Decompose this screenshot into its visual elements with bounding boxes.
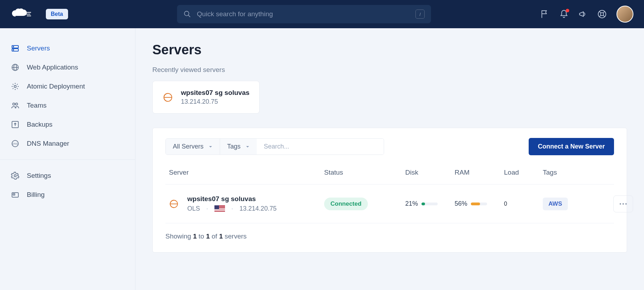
sidebar-item-billing[interactable]: Billing bbox=[0, 185, 135, 204]
tags-dropdown[interactable]: Tags bbox=[220, 139, 257, 155]
avatar[interactable] bbox=[616, 6, 633, 23]
tag-pill[interactable]: AWS bbox=[543, 198, 568, 210]
ram-metric: 56% bbox=[455, 200, 504, 207]
separator: · bbox=[231, 205, 233, 212]
disk-value: 21% bbox=[405, 200, 418, 207]
load-value: 0 bbox=[504, 201, 543, 207]
gear-icon bbox=[11, 171, 20, 180]
server-stack: OLS bbox=[187, 205, 200, 212]
main-content: Servers Recently viewed servers wpsites0… bbox=[135, 28, 644, 290]
filter-row: All Servers Tags Connect a New Server bbox=[165, 138, 614, 155]
page-title: Servers bbox=[152, 42, 627, 58]
svg-point-18 bbox=[14, 85, 16, 87]
row-actions-button[interactable] bbox=[613, 195, 633, 212]
svg-point-30 bbox=[622, 203, 624, 205]
dns-icon: DNS bbox=[11, 139, 20, 148]
server-name: wpsites07 sg soluvas bbox=[187, 195, 277, 203]
search-input[interactable] bbox=[197, 10, 410, 18]
sidebar-item-label: DNS Manager bbox=[27, 140, 69, 147]
svg-point-31 bbox=[625, 203, 627, 205]
topbar: Beta / bbox=[0, 0, 644, 28]
sidebar-item-settings[interactable]: Settings bbox=[0, 166, 135, 185]
flag-icon[interactable] bbox=[540, 10, 549, 19]
server-ip: 13.214.20.75 bbox=[239, 205, 277, 212]
separator: · bbox=[206, 205, 208, 212]
svg-point-29 bbox=[620, 203, 621, 205]
sidebar-item-backups[interactable]: Backups bbox=[0, 115, 135, 134]
beta-badge[interactable]: Beta bbox=[46, 9, 68, 19]
col-status: Status bbox=[324, 169, 405, 176]
gear-outline-icon bbox=[11, 82, 20, 91]
pagination: Showing 1 to 1 of 1 servers bbox=[165, 232, 614, 240]
sidebar-item-atomic-deployment[interactable]: Atomic Deployment bbox=[0, 77, 135, 96]
svg-point-3 bbox=[184, 11, 189, 16]
notification-dot bbox=[566, 9, 569, 12]
svg-point-20 bbox=[16, 103, 18, 105]
users-icon bbox=[11, 101, 20, 110]
server-icon bbox=[11, 44, 20, 53]
table-row[interactable]: wpsites07 sg soluvas OLS · · 13.214.20.7… bbox=[165, 185, 614, 223]
disk-metric: 21% bbox=[405, 200, 455, 207]
server-provider-icon bbox=[169, 199, 179, 209]
bell-icon[interactable] bbox=[559, 10, 569, 19]
filter-group: All Servers Tags bbox=[165, 138, 384, 155]
svg-point-24 bbox=[14, 175, 16, 177]
help-icon[interactable] bbox=[597, 10, 607, 19]
sidebar-item-label: Backups bbox=[27, 121, 53, 128]
more-icon bbox=[619, 203, 627, 205]
scope-dropdown-label: All Servers bbox=[173, 143, 203, 150]
sidebar-divider bbox=[0, 159, 135, 160]
sidebar: Servers Web Applications Atomic Deployme… bbox=[0, 28, 135, 290]
kbd-hint: / bbox=[415, 10, 425, 19]
recent-server-name: wpsites07 sg soluvas bbox=[181, 89, 249, 97]
recent-server-ip: 13.214.20.75 bbox=[181, 98, 249, 105]
svg-line-9 bbox=[599, 15, 601, 17]
sidebar-item-label: Atomic Deployment bbox=[27, 83, 85, 90]
col-ram: RAM bbox=[455, 169, 504, 176]
global-search[interactable]: / bbox=[177, 5, 431, 23]
sidebar-item-label: Teams bbox=[27, 102, 47, 109]
scope-dropdown[interactable]: All Servers bbox=[166, 139, 220, 155]
svg-point-13 bbox=[13, 47, 14, 47]
col-disk: Disk bbox=[405, 169, 455, 176]
servers-search-input[interactable] bbox=[257, 139, 384, 155]
megaphone-icon[interactable] bbox=[578, 10, 588, 19]
disk-gauge bbox=[421, 203, 438, 205]
sidebar-item-label: Servers bbox=[27, 44, 50, 52]
table-header: Server Status Disk RAM Load Tags bbox=[165, 157, 614, 185]
search-icon bbox=[183, 10, 191, 18]
search-container: / bbox=[75, 5, 533, 23]
svg-line-10 bbox=[603, 15, 604, 17]
col-tags: Tags bbox=[543, 169, 613, 176]
sidebar-item-web-applications[interactable]: Web Applications bbox=[0, 58, 135, 77]
upload-box-icon bbox=[11, 120, 20, 129]
server-provider-icon bbox=[163, 92, 173, 103]
svg-point-5 bbox=[598, 10, 606, 18]
top-icons bbox=[540, 6, 633, 23]
col-server: Server bbox=[169, 169, 324, 176]
us-flag-icon bbox=[214, 205, 225, 212]
sidebar-item-servers[interactable]: Servers bbox=[0, 39, 135, 58]
sidebar-item-dns-manager[interactable]: DNS DNS Manager bbox=[0, 134, 135, 153]
svg-line-7 bbox=[599, 11, 601, 13]
server-cell: wpsites07 sg soluvas OLS · · 13.214.20.7… bbox=[169, 195, 324, 212]
svg-rect-26 bbox=[13, 194, 15, 195]
ram-value: 56% bbox=[455, 200, 467, 207]
chevron-down-icon bbox=[245, 145, 250, 149]
card-icon bbox=[11, 190, 20, 199]
sidebar-item-label: Web Applications bbox=[27, 64, 78, 71]
recent-heading: Recently viewed servers bbox=[152, 66, 627, 74]
svg-point-14 bbox=[13, 50, 14, 50]
connect-server-button[interactable]: Connect a New Server bbox=[529, 138, 614, 155]
sidebar-item-teams[interactable]: Teams bbox=[0, 96, 135, 115]
ram-gauge bbox=[471, 203, 487, 205]
tags-dropdown-label: Tags bbox=[227, 143, 241, 150]
svg-line-8 bbox=[603, 11, 604, 13]
logo-icon[interactable] bbox=[11, 8, 32, 20]
svg-point-6 bbox=[601, 13, 604, 16]
recent-server-card[interactable]: wpsites07 sg soluvas 13.214.20.75 bbox=[152, 81, 260, 114]
sidebar-item-label: Settings bbox=[27, 172, 51, 180]
svg-line-4 bbox=[188, 15, 190, 17]
servers-panel: All Servers Tags Connect a New Server Se… bbox=[152, 128, 627, 253]
status-badge: Connected bbox=[324, 198, 368, 210]
